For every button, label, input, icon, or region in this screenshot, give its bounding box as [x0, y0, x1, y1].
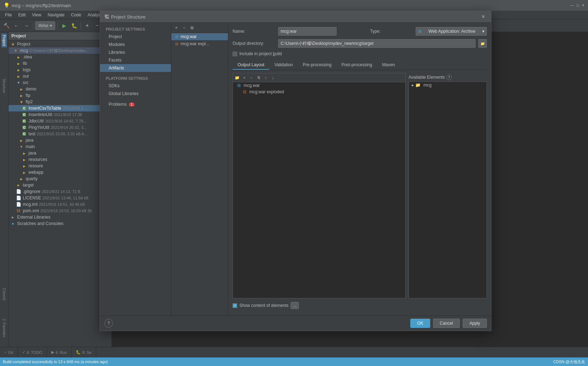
tree-item-scratches[interactable]: ● Scratches and Consoles: [9, 220, 111, 227]
tree-item-java2[interactable]: ▸ java: [9, 150, 111, 156]
close-btn[interactable]: ×: [582, 3, 584, 8]
tree-item-ftp2[interactable]: ▾ ftp2: [9, 99, 111, 105]
tree-item-InsertCsvToTable[interactable]: C InsertCsvToTable 2021/9/15 1...: [9, 105, 111, 111]
tree-item-pomxml[interactable]: M pom.xml 2021/9/16 10:53, 16.03 kB 30: [9, 208, 111, 214]
tree-item-project-root[interactable]: ▾ Project: [9, 41, 111, 47]
tab-maven[interactable]: Maven: [377, 61, 400, 70]
tree-item-external-libraries[interactable]: ▸ External Libraries: [9, 214, 111, 220]
nav-sdks[interactable]: SDKs: [100, 82, 171, 90]
type-value: Web Application: Archive: [428, 29, 475, 34]
dialog-cancel-btn[interactable]: Cancel: [433, 319, 460, 328]
tree-item-java[interactable]: ▸ java: [9, 137, 111, 143]
tree-item-gitignore[interactable]: 📄 .gitignore 2021/8/31 14:13, 71 B: [9, 188, 111, 195]
minimize-btn[interactable]: ─: [571, 3, 574, 8]
tree-item-quarty[interactable]: ▸ quarty: [9, 176, 111, 182]
menu-edit[interactable]: Edit: [15, 12, 28, 18]
tab-validation[interactable]: Validation: [269, 61, 298, 70]
menu-code[interactable]: Code: [68, 12, 84, 18]
toolbar-forward-btn[interactable]: →: [22, 21, 31, 30]
toolbar-back-btn[interactable]: ←: [12, 21, 21, 30]
tree-item-webapp[interactable]: ▸ webapp: [9, 169, 111, 176]
tree-item-PingYinUtil[interactable]: C PingYinUtil 2021/9/14 20:32, 3...: [9, 124, 111, 131]
tree-item-logs[interactable]: ▸ logs: [9, 67, 111, 73]
tab-post-processing[interactable]: Post-processing: [337, 61, 377, 70]
dialog-ok-btn[interactable]: OK: [410, 319, 430, 328]
toolbar-add-btn[interactable]: +: [83, 21, 92, 30]
iml-icon: 📄: [16, 202, 21, 207]
tree-item-resoure[interactable]: ▸ resoure: [9, 163, 111, 169]
nav-libraries[interactable]: Libraries: [100, 48, 171, 56]
tree-item-lib[interactable]: ▸ lib: [9, 60, 111, 67]
todo-label: 6: TODO: [27, 350, 42, 355]
output-tree-sort-btn[interactable]: ⇅: [255, 74, 262, 81]
sidebar-structure-icon[interactable]: Structure: [1, 77, 7, 95]
tree-item-src[interactable]: ▾ src: [9, 79, 111, 86]
artifact-item-war-exploded[interactable]: ⊟ mcg:war expl...: [171, 40, 228, 47]
output-item-war-exploded[interactable]: ⊟ mcg:war exploded: [233, 89, 405, 95]
show-content-more-btn[interactable]: ...: [291, 302, 299, 309]
tree-item-target[interactable]: ▸ target: [9, 182, 111, 188]
toolbar-build-icon[interactable]: 🔨: [2, 21, 11, 30]
name-input[interactable]: [278, 27, 337, 36]
tree-item-resources[interactable]: ▸ resources: [9, 156, 111, 163]
tree-item-ftp[interactable]: ▸ ftp: [9, 92, 111, 99]
debug-label: 8: Se: [82, 350, 92, 355]
sidebar-commit-icon[interactable]: Commit: [1, 287, 7, 302]
tree-item-mcg[interactable]: ▾ mcg C:\Users\小柠檬\Desktop\mydev...: [9, 47, 111, 54]
nav-project[interactable]: Project: [100, 33, 171, 41]
toolbar-debug-btn[interactable]: 🐛: [70, 21, 78, 30]
artifact-item-war[interactable]: ⊞ mcg:war: [171, 33, 228, 40]
dialog-close-btn[interactable]: ×: [480, 13, 487, 20]
bottom-tab-debug[interactable]: 🐛 8: Se: [72, 347, 96, 357]
toolbar-run-btn[interactable]: ▶: [60, 21, 68, 30]
output-tree-remove-btn[interactable]: −: [248, 74, 255, 81]
sidebar-favorites-icon[interactable]: 2: Favorites: [1, 317, 7, 339]
output-item-war[interactable]: ⊞ mcg.war: [233, 82, 405, 89]
toolbar-separator-1: [33, 22, 33, 29]
dialog-help-btn[interactable]: ?: [104, 319, 113, 328]
tab-pre-processing[interactable]: Pre-processing: [298, 61, 337, 70]
output-tree-up-btn[interactable]: ↑: [262, 74, 269, 81]
include-in-build-checkbox[interactable]: [233, 52, 237, 56]
available-item-mcg[interactable]: ▸ 📁 mcg: [409, 82, 486, 88]
available-help-icon[interactable]: ?: [446, 74, 452, 80]
tree-item-JdbcUtil[interactable]: C JdbcUtil 2021/9/16 14:42, 7.78...: [9, 118, 111, 124]
menu-navigate[interactable]: Navigate: [45, 12, 67, 18]
browse-btn[interactable]: 📁: [478, 39, 487, 48]
artifact-add-btn[interactable]: +: [173, 24, 180, 31]
folder-icon: ▸: [21, 169, 27, 175]
run-config-dropdown[interactable]: ifelse ▾: [35, 21, 55, 30]
menu-view[interactable]: View: [29, 12, 44, 18]
dialog-apply-btn[interactable]: Apply: [463, 319, 487, 328]
tree-item-InsertintoUtil[interactable]: C InsertintoUtil 2021/9/15 17:38: [9, 111, 111, 118]
artifact-remove-btn[interactable]: −: [181, 24, 188, 31]
tree-item-test[interactable]: C test 2021/9/16 15:09, 2.01 kB A...: [9, 131, 111, 137]
output-tree-down-btn[interactable]: ↓: [270, 74, 276, 81]
maximize-btn[interactable]: □: [577, 3, 579, 8]
bottom-tab-run[interactable]: ▶ 4: Run: [47, 347, 72, 357]
type-dropdown[interactable]: ⊞ Web Application: Archive ▾: [416, 27, 487, 36]
menu-file[interactable]: File: [2, 12, 15, 18]
output-tree-add-btn[interactable]: +: [241, 74, 248, 81]
nav-artifacts[interactable]: Artifacts: [100, 64, 171, 72]
artifact-copy-btn[interactable]: ⧉: [188, 24, 196, 31]
folder-icon: ▸: [21, 163, 27, 169]
output-tree-folder-btn[interactable]: 📁: [234, 74, 240, 81]
bottom-tab-git[interactable]: ⑂ Git: [0, 347, 18, 357]
tree-item-main[interactable]: ▾ main: [9, 143, 111, 150]
nav-facets[interactable]: Facets: [100, 56, 171, 64]
tree-item-idea[interactable]: ▸ .idea: [9, 54, 111, 60]
show-content-checkbox[interactable]: ✓: [233, 303, 237, 308]
nav-modules[interactable]: Modules: [100, 41, 171, 48]
tab-output-layout[interactable]: Output Layout: [233, 61, 269, 70]
tree-item-demo[interactable]: ▸ demo: [9, 86, 111, 92]
output-dir-input[interactable]: [278, 39, 475, 48]
tree-item-mcgiml[interactable]: 📄 mcg.iml 2021/9/16 14:51, 42.46 kB: [9, 201, 111, 208]
nav-problems[interactable]: Problems 1: [100, 100, 171, 108]
nav-global-libraries[interactable]: Global Libraries: [100, 90, 171, 98]
bottom-tab-todo[interactable]: ✓ 6: TODO: [18, 347, 47, 357]
folder-icon: ▾: [10, 41, 16, 47]
sidebar-project-icon[interactable]: Project: [1, 33, 7, 47]
tree-item-license[interactable]: 📄 LICENSE 2021/8/31 13:48, 11.56 kB: [9, 195, 111, 201]
tree-item-out[interactable]: ▸ out: [9, 73, 111, 79]
